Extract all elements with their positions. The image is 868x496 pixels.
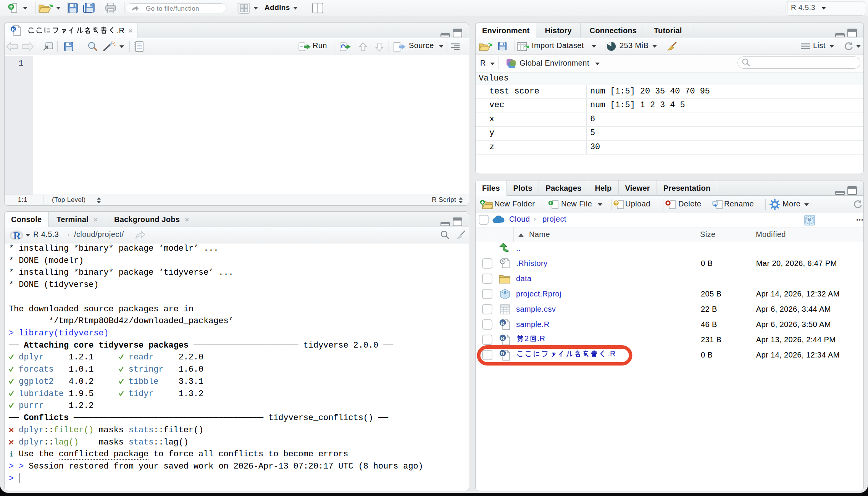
svg-text:R: R: [12, 27, 15, 32]
svg-text:R: R: [501, 335, 505, 341]
svg-text:R: R: [13, 230, 21, 241]
svg-text:R: R: [808, 216, 811, 222]
svg-text:R: R: [503, 290, 507, 294]
svg-text:R: R: [501, 320, 505, 326]
